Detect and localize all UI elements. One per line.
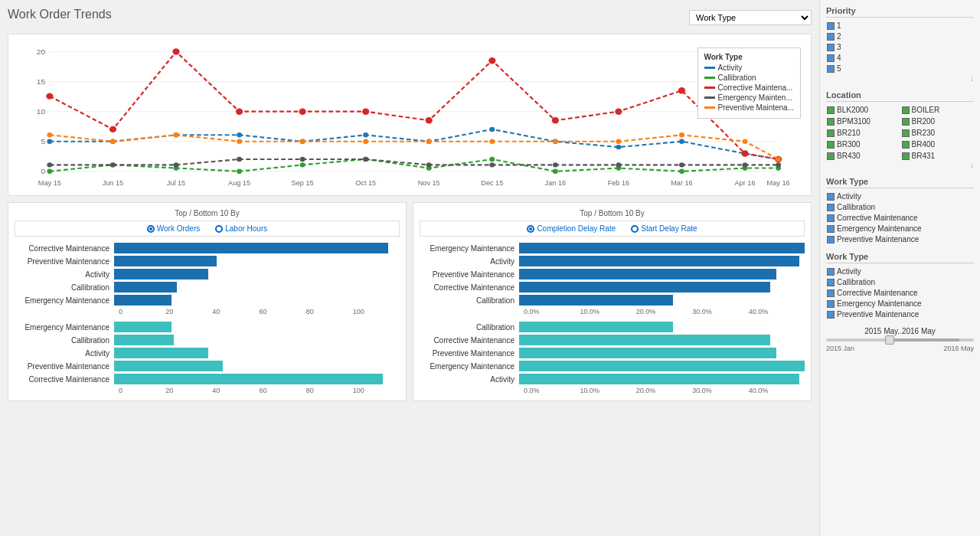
checkbox[interactable] xyxy=(827,268,835,276)
checkbox[interactable] xyxy=(827,141,835,149)
svg-text:May 16: May 16 xyxy=(767,179,790,187)
list-item[interactable]: BR230 xyxy=(901,128,975,138)
table-row: Emergency Maintenance xyxy=(15,295,400,306)
table-row: Activity xyxy=(15,269,400,279)
left-radio-workorders[interactable]: Work Orders xyxy=(147,224,201,233)
list-item[interactable]: 3 xyxy=(826,42,974,52)
checkbox[interactable] xyxy=(827,22,835,30)
left-top-bars: Corrective Maintenance Preventive Mainte… xyxy=(15,243,400,315)
checkbox[interactable] xyxy=(827,33,835,41)
checkbox[interactable] xyxy=(827,204,835,211)
list-item[interactable]: BR400 xyxy=(901,139,975,149)
list-item[interactable]: BOILER xyxy=(901,105,975,115)
svg-point-83 xyxy=(553,139,558,144)
table-row: Preventive Maintenance xyxy=(15,361,400,371)
svg-text:10: 10 xyxy=(37,107,46,116)
list-item[interactable]: 5 xyxy=(826,64,974,74)
right-radio-start[interactable]: Start Delay Rate xyxy=(631,224,697,233)
list-item[interactable]: BR200 xyxy=(901,116,975,126)
left-radio-laborhours[interactable]: Labor Hours xyxy=(215,224,267,233)
list-item[interactable]: Emergency Maintenance xyxy=(826,224,974,234)
legend-item-corrective: Corrective Maintena... xyxy=(704,83,795,92)
list-item[interactable]: Callibration xyxy=(826,202,974,212)
checkbox[interactable] xyxy=(902,106,910,114)
left-radio-group: Work Orders Labor Hours xyxy=(15,221,400,237)
checkbox[interactable] xyxy=(902,118,910,126)
svg-point-76 xyxy=(110,139,116,144)
table-row: Callibration xyxy=(15,335,400,345)
svg-point-44 xyxy=(553,169,558,174)
list-item[interactable]: Activity xyxy=(826,266,974,276)
left-bar-panel: Top / Bottom 10 By Work Orders Labor Hou… xyxy=(8,202,407,401)
right-radio-completion[interactable]: Completion Delay Rate xyxy=(527,224,616,233)
checkbox[interactable] xyxy=(827,289,835,297)
list-item[interactable]: Corrective Maintenance xyxy=(826,288,974,298)
table-row: Corrective Maintenance xyxy=(15,374,400,384)
svg-point-86 xyxy=(743,139,748,144)
list-item[interactable]: Callibration xyxy=(826,277,974,287)
checkbox[interactable] xyxy=(827,54,835,62)
list-item[interactable]: BR210 xyxy=(826,128,900,138)
svg-point-82 xyxy=(489,139,495,144)
list-item[interactable]: 2 xyxy=(826,31,974,41)
list-item[interactable]: Activity xyxy=(826,191,974,201)
list-item[interactable]: Corrective Maintenance xyxy=(826,213,974,223)
checkbox[interactable] xyxy=(827,65,835,73)
svg-point-79 xyxy=(300,139,305,144)
svg-point-62 xyxy=(47,162,52,167)
sidebar-priority-list: 1 2 3 4 5 xyxy=(826,21,974,74)
checkbox[interactable] xyxy=(827,214,835,222)
radio-start-circle xyxy=(631,225,639,233)
checkbox[interactable] xyxy=(902,141,910,149)
chart-svg: 20 15 10 5 0 May 15 Jun 15 Jul 15 Aug 15… xyxy=(15,44,805,189)
list-item[interactable]: BR430 xyxy=(826,151,900,161)
checkbox[interactable] xyxy=(827,300,835,308)
list-item[interactable]: 1 xyxy=(826,21,974,31)
svg-point-75 xyxy=(47,132,52,137)
list-item[interactable]: BLK2000 xyxy=(826,105,900,115)
list-item[interactable]: Preventive Maintenance xyxy=(826,234,974,244)
checkbox[interactable] xyxy=(827,225,835,233)
checkbox[interactable] xyxy=(827,193,835,201)
slider-thumb[interactable] xyxy=(885,335,894,345)
svg-text:Dec 15: Dec 15 xyxy=(481,179,503,187)
checkbox[interactable] xyxy=(827,279,835,286)
sidebar-worktype1-title: Work Type xyxy=(826,177,974,188)
svg-point-74 xyxy=(776,162,781,167)
legend-item-activity: Activity xyxy=(704,64,795,72)
svg-point-68 xyxy=(426,162,432,167)
checkbox[interactable] xyxy=(827,129,835,137)
list-item[interactable]: Emergency Maintenance xyxy=(826,299,974,309)
svg-point-55 xyxy=(426,117,433,123)
checkbox[interactable] xyxy=(827,118,835,126)
checkbox[interactable] xyxy=(827,106,835,114)
bottom-panels: Top / Bottom 10 By Work Orders Labor Hou… xyxy=(8,202,812,401)
left-panel-title: Top / Bottom 10 By xyxy=(15,209,400,217)
sidebar-location-section: Location BLK2000 BOILER BPM3100 BR200 BR… xyxy=(826,90,974,169)
list-item[interactable]: BR300 xyxy=(826,139,900,149)
legend-item-emergency: Emergency Mainten... xyxy=(704,93,795,102)
checkbox[interactable] xyxy=(827,311,835,319)
checkbox[interactable] xyxy=(827,236,835,243)
checkbox[interactable] xyxy=(827,152,835,160)
svg-point-26 xyxy=(237,132,242,137)
checkbox[interactable] xyxy=(902,129,910,137)
svg-text:May 15: May 15 xyxy=(38,179,61,187)
checkbox[interactable] xyxy=(827,44,835,51)
svg-point-56 xyxy=(488,57,495,64)
svg-text:Oct 15: Oct 15 xyxy=(355,179,376,187)
list-item[interactable]: BR431 xyxy=(901,151,975,161)
svg-point-73 xyxy=(743,162,748,167)
list-item[interactable]: Preventive Maintenance xyxy=(826,309,974,319)
list-item[interactable]: 4 xyxy=(826,53,974,63)
time-slider-section: 2015 May..2016 May 2015 Jan 2016 May xyxy=(826,327,974,352)
list-item[interactable]: BPM3100 xyxy=(826,116,900,126)
slider-value: 2015 May..2016 May xyxy=(826,327,974,335)
svg-point-57 xyxy=(552,117,559,123)
worktype-dropdown[interactable]: Work Type Priority Location xyxy=(689,10,812,25)
svg-text:5: 5 xyxy=(41,137,45,145)
svg-point-80 xyxy=(363,139,368,144)
svg-point-60 xyxy=(741,150,748,156)
svg-text:Jun 15: Jun 15 xyxy=(103,179,124,187)
checkbox[interactable] xyxy=(902,152,910,160)
